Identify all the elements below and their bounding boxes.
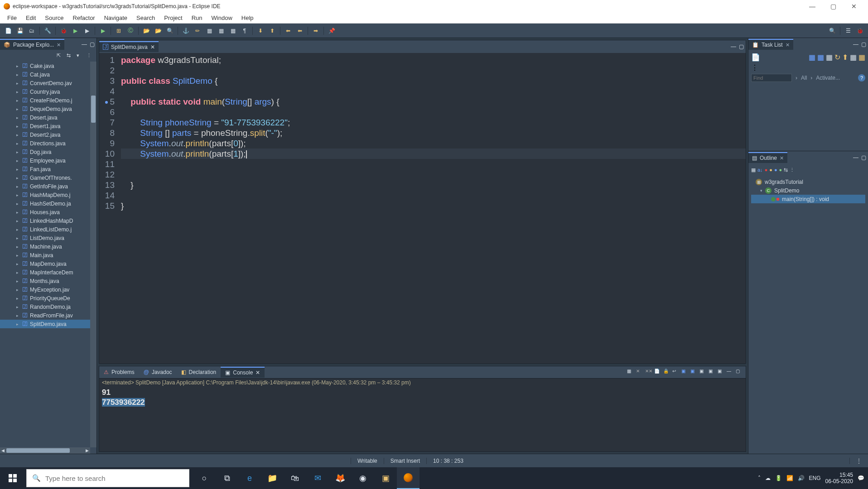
task-view-icon[interactable]: ⧉	[216, 467, 238, 489]
tree-item[interactable]: ▸🄹Dog.java	[0, 148, 90, 156]
show-on-out-icon[interactable]: ▣	[681, 369, 689, 376]
hide-icon[interactable]: ⬆	[842, 53, 848, 62]
clock[interactable]: 15:45 06-05-2020	[825, 472, 853, 484]
minimize-bottom-icon[interactable]: —	[727, 369, 734, 376]
hide-local-icon[interactable]: ●	[779, 167, 782, 173]
tree-hscrollbar[interactable]: ◀ ▶	[0, 447, 90, 454]
word-wrap-icon[interactable]: ↩	[672, 369, 680, 376]
tray-up-icon[interactable]: ˄	[758, 475, 761, 481]
tree-item[interactable]: ▸🄹SplitDemo.java	[0, 320, 90, 328]
open-console-icon[interactable]: ▣	[718, 369, 725, 376]
maximize-button[interactable]: ▢	[823, 0, 844, 13]
sublime-icon[interactable]: ▣	[374, 467, 397, 489]
block-sel-icon[interactable]: ▦	[205, 26, 214, 35]
task-find-input[interactable]	[751, 74, 792, 82]
tree-item[interactable]: ▸🄹ConvertDemo.jav	[0, 79, 90, 87]
firefox-icon[interactable]: 🦊	[329, 467, 352, 489]
outline-package[interactable]: ▦ w3gradsTutorial	[751, 177, 865, 186]
terminate-icon[interactable]: ▦	[627, 369, 634, 376]
prev-annot-icon[interactable]: ⬆	[268, 26, 277, 35]
pin-console-icon[interactable]: ▣	[699, 369, 707, 376]
menu-help[interactable]: Help	[237, 14, 258, 21]
cortana-icon[interactable]: ○	[193, 467, 216, 489]
tree-item[interactable]: ▸🄹RandomDemo.ja	[0, 302, 90, 311]
minimize-view-icon[interactable]: —	[82, 41, 87, 48]
show-on-err-icon[interactable]: ▣	[690, 369, 698, 376]
maximize-view-icon[interactable]: ▢	[90, 41, 95, 48]
next-annot-icon[interactable]: ⬇	[256, 26, 265, 35]
tree-item[interactable]: ▸🄹HashSetDemo.ja	[0, 199, 90, 208]
save-all-icon[interactable]: 🗂	[27, 26, 36, 35]
collapse-icon[interactable]: ▦	[850, 53, 857, 62]
tree-item[interactable]: ▸🄹CreateFileDemo.j	[0, 96, 90, 105]
new-task-icon[interactable]: 📄	[751, 53, 760, 62]
minimize-view-icon[interactable]: —	[853, 154, 858, 161]
tree-item[interactable]: ▸🄹Desert2.java	[0, 130, 90, 139]
help-icon[interactable]: ?	[858, 74, 865, 82]
categorize-icon[interactable]: ▦	[809, 53, 815, 62]
quick-access-icon[interactable]: 🔍	[828, 26, 837, 35]
new-package-icon[interactable]: ⊞	[114, 26, 123, 35]
menu-navigate[interactable]: Navigate	[100, 14, 132, 21]
maximize-view-icon[interactable]: ▢	[861, 154, 866, 161]
save-icon[interactable]: 💾	[15, 26, 24, 35]
sort-icon[interactable]: a↓	[757, 167, 763, 173]
toggle-breadcrumb-icon[interactable]: ⚓	[181, 26, 190, 35]
filter-icon[interactable]: ▾	[77, 53, 84, 60]
scroll-lock-icon[interactable]: 🔒	[663, 369, 670, 376]
sync-icon[interactable]: ↻	[834, 53, 840, 62]
minimize-button[interactable]: —	[802, 0, 823, 13]
menu-source[interactable]: Source	[40, 14, 68, 21]
tree-item[interactable]: ▸🄹Country.java	[0, 87, 90, 96]
menu-window[interactable]: Window	[207, 14, 237, 21]
remove-all-icon[interactable]: ✕✕	[645, 369, 652, 376]
hide-nonpublic-icon[interactable]: ●	[774, 167, 777, 173]
display-sel-icon[interactable]: ▣	[709, 369, 716, 376]
tab-javadoc[interactable]: @Javadoc	[139, 367, 177, 377]
start-button[interactable]	[0, 467, 25, 489]
tree-item[interactable]: ▸🄹GetInfoFile.java	[0, 182, 90, 191]
back2-icon[interactable]: ⬅	[295, 26, 304, 35]
battery-icon[interactable]: 🔋	[775, 475, 782, 481]
close-icon[interactable]: ✕	[150, 44, 155, 50]
tree-item[interactable]: ▸🄹DequeDemo.java	[0, 105, 90, 113]
outline-class[interactable]: ▾ C SplitDemo	[751, 186, 865, 195]
task-list-tab[interactable]: 📋 Task List ✕	[748, 39, 793, 50]
menu-run[interactable]: Run	[187, 14, 207, 21]
clear-console-icon[interactable]: 📄	[654, 369, 661, 376]
outline-method-main[interactable]: main(String[]) : void	[751, 195, 865, 203]
mail-icon[interactable]: ✉	[306, 467, 329, 489]
tree-item[interactable]: ▸🄹Employee.java	[0, 156, 90, 165]
system-tray[interactable]: ˄ ☁ 🔋 📶 🔊 ENG 15:45 06-05-2020 💬	[754, 472, 868, 484]
outline-menu-icon[interactable]: ⋮	[790, 167, 795, 173]
tree-vscrollbar[interactable]	[90, 62, 96, 447]
new-icon[interactable]: 📄	[4, 26, 13, 35]
editor-tab-splitdemo[interactable]: 🄹 SplitDemo.java ✕	[99, 41, 159, 52]
maximize-bottom-icon[interactable]: ▢	[736, 369, 743, 376]
all-link[interactable]: All	[801, 75, 807, 81]
package-explorer-tree[interactable]: ▸🄹Cake.java▸🄹Cat.java▸🄹ConvertDemo.jav▸🄹…	[0, 62, 96, 454]
language-indicator[interactable]: ENG	[809, 475, 821, 481]
editor-body[interactable]: 123456789101112131415 package w3gradsTut…	[99, 53, 746, 364]
wrap-icon[interactable]: ▦	[228, 26, 237, 35]
tree-item[interactable]: ▸🄹Cake.java	[0, 62, 90, 70]
tree-item[interactable]: ▸🄹Directions.java	[0, 139, 90, 148]
tree-item[interactable]: ▸🄹GameOfThrones.	[0, 173, 90, 182]
notifications-icon[interactable]: 💬	[858, 475, 864, 481]
tree-item[interactable]: ▸🄹Fan.java	[0, 165, 90, 173]
debug-icon[interactable]: 🐞	[59, 26, 68, 35]
focus-icon[interactable]: ▦	[826, 53, 833, 62]
status-menu-icon[interactable]: ⋮	[849, 458, 868, 464]
tree-item[interactable]: ▸🄹Desert.java	[0, 113, 90, 122]
minimize-view-icon[interactable]: —	[853, 41, 858, 48]
tree-item[interactable]: ▸🄹MyException.jav	[0, 285, 90, 294]
focus-outline-icon[interactable]: ▦	[751, 167, 756, 173]
show-ws-icon[interactable]: ▦	[217, 26, 226, 35]
presentation-icon[interactable]: ▦	[858, 53, 865, 62]
close-icon[interactable]: ✕	[256, 369, 260, 376]
code-area[interactable]: package w3gradsTutorial; public class Sp…	[118, 53, 746, 364]
onedrive-icon[interactable]: ☁	[765, 475, 771, 481]
back-icon[interactable]: ⬅	[284, 26, 293, 35]
link-editor-icon[interactable]: ⇆	[67, 53, 74, 60]
perspective-debug-icon[interactable]: 🐞	[855, 26, 864, 35]
